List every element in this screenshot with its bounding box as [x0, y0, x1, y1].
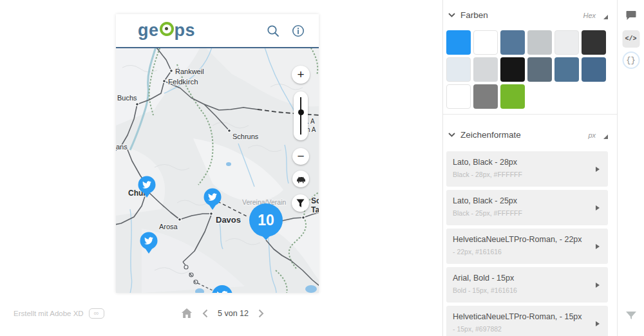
text-style-title: Lato, Black - 28px: [453, 158, 592, 167]
comments-button[interactable]: [625, 10, 636, 21]
color-swatch[interactable]: [582, 57, 606, 82]
color-swatch[interactable]: [582, 30, 606, 55]
text-style-card[interactable]: Arial, Bold - 15pxBold - 15px, #161616: [446, 267, 608, 303]
typography-collapse-chevron-icon[interactable]: [448, 133, 455, 137]
expand-arrow-icon[interactable]: [596, 244, 600, 249]
typography-section: Zeichenformate px Lato, Black - 28pxBlac…: [443, 115, 617, 336]
hedgehog-layer-button[interactable]: [292, 171, 309, 187]
color-swatch[interactable]: [527, 30, 552, 55]
town-dot: [163, 80, 166, 83]
expand-arrow-icon[interactable]: [596, 205, 600, 210]
map-place-label: Schruns: [232, 133, 259, 140]
braces-icon: {}: [626, 56, 635, 65]
next-page-button[interactable]: [258, 309, 264, 318]
text-style-card[interactable]: HelveticaNeueLTPro-Roman, - 22px- 22px, …: [446, 229, 608, 264]
download-triangle-icon: [625, 311, 637, 321]
zoom-slider-knob[interactable]: [298, 109, 304, 115]
text-style-subtitle: - 15px, #697882: [453, 325, 592, 333]
color-swatch[interactable]: [473, 57, 498, 82]
logo-o-ring-icon: [160, 22, 174, 36]
typography-section-title: Zeichenformate: [460, 130, 521, 140]
colors-collapse-chevron-icon[interactable]: [448, 13, 455, 17]
color-swatch[interactable]: [473, 30, 498, 55]
right-toolbar: </> {}: [617, 0, 644, 336]
typography-unit-dropdown-icon[interactable]: [603, 135, 608, 139]
town-dot: [302, 216, 305, 219]
expand-arrow-icon[interactable]: [596, 321, 600, 326]
map-place-label: Feldkirch: [168, 78, 198, 86]
town-dot: [170, 70, 173, 73]
design-canvas: geps: [0, 0, 442, 336]
color-swatch[interactable]: [500, 84, 525, 109]
text-style-card[interactable]: Lato, Black - 28pxBlack - 28px, #FFFFFF: [446, 151, 608, 187]
color-swatch[interactable]: [527, 57, 552, 82]
map-place-label: Buchs: [117, 94, 137, 102]
map-place-label: n A: [307, 126, 316, 133]
credit-text: Erstellt mit Adobe XD: [14, 310, 84, 317]
map-place-label: Arosa: [159, 223, 178, 230]
logo-text-ps: ps: [175, 21, 196, 41]
text-style-title: Lato, Black - 25px: [453, 196, 592, 205]
text-style-title: HelveticaNeueLTPro-Roman, - 22px: [453, 235, 592, 244]
zoom-slider[interactable]: [294, 91, 308, 140]
phone-artboard[interactable]: geps: [116, 14, 319, 293]
filter-funnel-icon: [296, 199, 305, 208]
town-dot: [178, 218, 182, 221]
map-place-label: . A: [307, 118, 315, 125]
town-dot: [228, 129, 231, 133]
info-icon[interactable]: [292, 24, 305, 37]
map-filter-button[interactable]: [292, 194, 309, 212]
map-view[interactable]: RankweilFeldkirchBuchsansSchrunsChurAros…: [116, 48, 319, 293]
expand-arrow-icon[interactable]: [596, 283, 600, 288]
color-swatch[interactable]: [446, 30, 471, 55]
town-dot: [136, 103, 139, 106]
color-swatch[interactable]: [446, 57, 471, 82]
zoom-slider-track: [300, 97, 301, 135]
hedgehog-icon: [296, 175, 307, 183]
text-style-title: Arial, Bold - 15px: [453, 274, 592, 283]
zoom-in-button[interactable]: +: [292, 66, 310, 84]
text-style-subtitle: - 22px, #161616: [453, 248, 592, 256]
logo-text-ge: ge: [138, 21, 159, 41]
color-swatch[interactable]: [554, 30, 579, 55]
download-button[interactable]: [625, 311, 637, 321]
page-indicator: 5 von 12: [218, 309, 249, 318]
text-style-title: HelveticaNeueLTPro-Roman, - 15px: [453, 312, 592, 321]
typography-unit-label[interactable]: px: [588, 131, 596, 139]
terrain-layer: [116, 48, 319, 293]
color-swatch[interactable]: [500, 30, 525, 55]
previous-page-button[interactable]: [202, 309, 208, 318]
text-style-card[interactable]: Lato, Black - 25pxBlack - 25px, #FFFFFF: [446, 190, 608, 225]
text-style-card[interactable]: HelveticaNeueLTPro-Roman, - 15px- 15px, …: [446, 306, 608, 336]
colors-section-title: Farben: [460, 10, 488, 20]
map-place-label: Tar: [311, 205, 319, 214]
home-button[interactable]: [181, 308, 193, 319]
code-icon: </>: [625, 35, 636, 42]
map-place-label: Davos: [216, 215, 241, 225]
creative-cloud-icon: ∞: [89, 308, 104, 319]
text-style-subtitle: Black - 28px, #FFFFFF: [453, 171, 592, 178]
color-swatch[interactable]: [473, 84, 498, 109]
colors-unit-label[interactable]: Hex: [583, 12, 596, 19]
text-style-subtitle: Black - 25px, #FFFFFF: [453, 209, 592, 217]
code-view-button[interactable]: </>: [622, 30, 639, 48]
artboard-pager: 5 von 12: [181, 308, 264, 319]
colors-section: Farben Hex: [443, 0, 617, 109]
map-graphics: RankweilFeldkirchBuchsansSchrunsChurAros…: [116, 48, 319, 293]
app-header: geps: [116, 14, 319, 48]
color-swatch[interactable]: [446, 84, 471, 109]
color-swatch[interactable]: [554, 57, 579, 82]
spec-panel: Farben Hex Zeichenformate px Lato, Black…: [442, 0, 617, 336]
map-place-label: Scu: [311, 196, 319, 205]
text-style-subtitle: Bold - 15px, #161616: [453, 286, 592, 294]
expand-arrow-icon[interactable]: [596, 167, 600, 172]
variables-button[interactable]: {}: [622, 51, 639, 69]
comment-bubble-icon: [625, 10, 636, 21]
color-swatch[interactable]: [500, 57, 525, 82]
colors-unit-dropdown-icon[interactable]: [603, 15, 608, 19]
town-dot: [210, 212, 213, 216]
zoom-out-button[interactable]: −: [292, 148, 309, 165]
credit-line: Erstellt mit Adobe XD ∞: [14, 308, 104, 319]
search-icon[interactable]: [267, 24, 279, 37]
cluster-count: 10: [258, 212, 274, 229]
